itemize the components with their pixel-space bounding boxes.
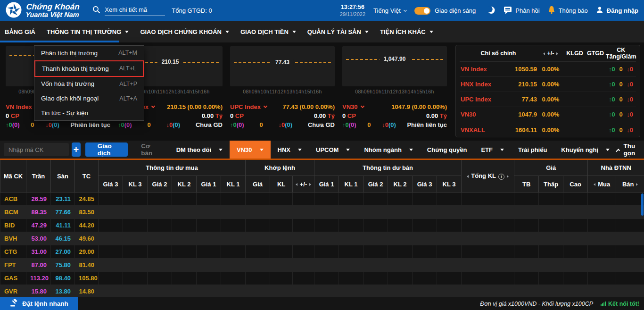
ticker-cell[interactable]: BVH	[0, 232, 26, 245]
basic-button[interactable]: Cơ bản	[141, 142, 155, 157]
scroll-left-icon[interactable]	[467, 175, 469, 178]
login-button[interactable]: Đăng nhập	[596, 6, 638, 15]
tab-khuyến-nghị[interactable]: Khuyến nghị	[554, 141, 617, 159]
language-selector[interactable]: Tiếng Việt	[373, 7, 406, 14]
dropdown-item-tin-tức---sự-kiện[interactable]: Tin tức - Sự kiện	[34, 106, 144, 120]
chevron-down-icon	[404, 8, 407, 11]
tab-label: Khuyến nghị	[561, 146, 598, 153]
unchanged: 0	[619, 81, 622, 88]
collapse-button[interactable]: Thu gọn	[617, 142, 644, 157]
moon-icon[interactable]	[487, 6, 495, 16]
dropdown-item-giao-dịch-khối-ngoại[interactable]: Giao dịch khối ngoạiALT+A	[34, 91, 144, 106]
tab-hnx[interactable]: HNX	[271, 141, 309, 159]
table-cell	[123, 259, 148, 272]
table-cell	[363, 206, 388, 219]
scroll-right-icon[interactable]	[556, 52, 558, 55]
table-cell	[314, 272, 339, 285]
column-header-change[interactable]: +/-	[537, 50, 564, 57]
column-header-foreign-buy[interactable]: Mua	[588, 176, 616, 193]
vertical-scrollbar[interactable]	[641, 193, 644, 216]
tab-upcom[interactable]: UPCOM	[309, 141, 357, 159]
scroll-right-icon[interactable]	[507, 175, 509, 178]
feedback-button[interactable]: Phản hồi	[504, 6, 539, 16]
floor-cell: 46.15	[51, 232, 75, 245]
x-axis-labels: 08h09h10h11h12h13h14h15h16h	[342, 89, 447, 94]
index-row-upc-index[interactable]: UPC Index77.430.00%↑00↓0	[460, 92, 636, 107]
scroll-left-icon[interactable]	[594, 183, 595, 186]
tab-chứng-quyền[interactable]: Chứng quyền	[420, 141, 474, 159]
menu-item-thông-tin-thị-trường[interactable]: THÔNG TIN THỊ TRƯỜNG	[47, 28, 129, 35]
index-row-hnx-index[interactable]: HNX Index210.150.00%↑00↓0	[460, 77, 636, 92]
ticker-cell[interactable]: GVR	[0, 285, 26, 298]
ticker-cell[interactable]: GAS	[0, 272, 26, 285]
dropdown-item-thanh-khoản-thị-trường[interactable]: Thanh khoản thị trườngALT+L	[34, 60, 144, 77]
column-header-ask-price3: Giá 3	[413, 176, 437, 193]
decliners: ↓0	[627, 81, 633, 88]
scroll-left-icon[interactable]	[296, 183, 297, 186]
ticker-cell[interactable]: CTG	[0, 245, 26, 259]
ticker-cell[interactable]: FPT	[0, 259, 26, 272]
decliners: ↓0(0)	[382, 121, 396, 128]
ticker-cell[interactable]: ACB	[0, 193, 26, 206]
table-cell	[339, 285, 363, 298]
table-cell	[563, 272, 588, 285]
chevron-down-icon	[219, 149, 223, 151]
clock: 13:27:56 29/11/2022	[340, 3, 365, 18]
index-row-vnxall[interactable]: VNXALL1604.110.00%↑00↓0	[460, 122, 636, 137]
menu-item-bảng-giá[interactable]: BẢNG GIÁ	[5, 28, 35, 35]
brand-logo[interactable]: Chứng Khoán Yuanta Việt Nam	[6, 2, 79, 20]
index-name-dropdown[interactable]: VN Index	[6, 103, 38, 110]
menu-item-giao-dịch-tiền[interactable]: GIAO DỊCH TIỀN	[240, 28, 296, 35]
index-name-dropdown[interactable]: VN30	[342, 103, 364, 110]
tab-dm-theo-dõi[interactable]: DM theo dõi	[169, 141, 230, 159]
menu-item-giao-dịch-chứng-khoán[interactable]: GIAO DỊCH CHỨNG KHOÁN	[140, 28, 229, 35]
column-header-total-volume[interactable]: Tổng KLi	[462, 159, 514, 193]
table-cell	[270, 193, 293, 206]
table-cell	[514, 272, 539, 285]
scroll-right-icon[interactable]	[636, 183, 638, 186]
table-cell	[462, 193, 514, 206]
add-stock-button[interactable]: +	[72, 142, 81, 157]
index-row-vn30[interactable]: VN301047.90.00%↑00↓0	[460, 107, 636, 122]
tab-etf[interactable]: ETF	[474, 141, 511, 159]
table-cell	[616, 219, 644, 232]
tab-label: HNX	[278, 146, 290, 153]
stock-code-input[interactable]	[4, 143, 69, 156]
ceiling-cell: 15.80	[26, 285, 51, 298]
menu-item-quản-lý-tài-sản[interactable]: QUẢN LÝ TÀI SẢN	[307, 28, 369, 35]
tab-nhóm-ngành[interactable]: Nhóm ngành	[357, 141, 420, 159]
trade-button[interactable]: Giao dịch	[85, 142, 128, 157]
search-input[interactable]	[105, 5, 165, 16]
ticker-cell[interactable]: BID	[0, 219, 26, 232]
column-header-ask-vol1: KL 1	[339, 176, 363, 193]
theme-toggle[interactable]	[414, 7, 430, 15]
table-cell	[588, 272, 616, 285]
column-header-foreign-sell[interactable]: Bán	[616, 176, 644, 193]
column-header-change[interactable]: +/-	[293, 176, 314, 193]
notifications-button[interactable]: Thông báo	[548, 6, 588, 16]
dropdown-item-phân-tích-thị-trường[interactable]: Phân tích thị trườngALT+M	[34, 46, 144, 60]
menu-item-tiện-ích-khác[interactable]: TIỆN ÍCH KHÁC	[380, 28, 433, 35]
table-cell	[514, 219, 539, 232]
table-cell	[270, 245, 293, 259]
session-status: Chưa GD	[196, 121, 223, 128]
scroll-left-icon[interactable]	[543, 52, 545, 55]
tab-trái-phiếu[interactable]: Trái phiếu	[511, 141, 554, 159]
search-icon[interactable]	[92, 6, 100, 16]
table-cell	[293, 193, 314, 206]
session-status: Phiên liên tục	[407, 121, 447, 128]
unchanged: 0	[31, 121, 34, 128]
chevron-down-icon	[365, 31, 369, 33]
index-row-vn-index[interactable]: VN Index1050.590.00%↑00↓0	[460, 62, 636, 77]
quick-order-button[interactable]: Đặt lệnh nhanh	[0, 297, 78, 310]
column-header-klgd: KLGD	[564, 50, 585, 57]
index-name-dropdown[interactable]: UPC Index	[230, 103, 267, 110]
table-cell	[588, 245, 616, 259]
chevron-down-icon	[606, 149, 610, 151]
table-cell	[172, 259, 197, 272]
ticker-cell[interactable]: BCM	[0, 206, 26, 219]
tab-vn30[interactable]: VN30	[230, 141, 271, 159]
info-icon[interactable]: i	[498, 174, 504, 180]
dropdown-item-vốn-hóa-thị-trường[interactable]: Vốn hóa thị trườngALT+P	[34, 77, 144, 92]
scroll-right-icon[interactable]	[309, 183, 311, 186]
